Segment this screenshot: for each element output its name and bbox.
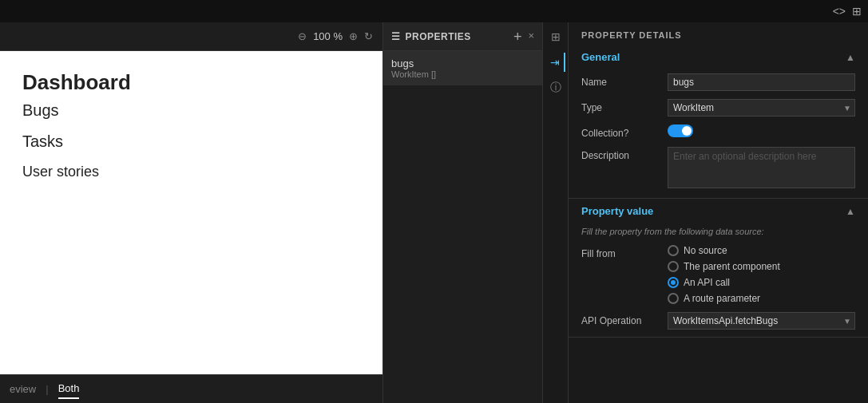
fill-from-row: Fill from No source The parent component… — [569, 241, 868, 308]
collection-label: Collection? — [581, 124, 661, 139]
fill-from-radio-group: No source The parent component An API ca… — [668, 245, 855, 304]
radio-parent-component-label: The parent component — [684, 261, 780, 272]
preview-toolbar: ⊖ 100 % ⊕ ↻ — [0, 22, 382, 51]
api-operation-row: API Operation WorkItemsApi.fetchBugs ▼ — [569, 308, 868, 334]
property-details-header: PROPERTY DETAILS — [569, 22, 868, 45]
type-select-wrapper: WorkItem ▼ — [668, 99, 855, 117]
properties-panel: ☰ PROPERTIES + × bugs WorkItem [] — [383, 22, 543, 403]
name-row: Name — [569, 69, 868, 95]
sidebar-export-icon[interactable]: ⇥ — [546, 53, 565, 72]
general-section-header[interactable]: General ▲ — [569, 45, 868, 69]
radio-no-source-label: No source — [684, 245, 727, 256]
radio-api-call[interactable]: An API call — [668, 277, 855, 288]
preview-item-tasks: Tasks — [22, 132, 360, 151]
collection-toggle-wrapper — [668, 124, 855, 137]
preview-title: Dashboard — [22, 70, 360, 95]
toggle-thumb — [682, 126, 692, 136]
zoom-in-icon[interactable]: ⊕ — [349, 30, 358, 42]
preview-item-userstories: User stories — [22, 164, 360, 180]
property-value-chevron-icon: ▲ — [846, 206, 855, 217]
type-select[interactable]: WorkItem — [668, 100, 854, 116]
main-layout: ⊖ 100 % ⊕ ↻ Dashboard Bugs Tasks User st… — [0, 22, 868, 403]
close-properties-button[interactable]: × — [528, 30, 534, 44]
preview-content: Dashboard Bugs Tasks User stories — [0, 51, 382, 374]
api-operation-select-wrapper: WorkItemsApi.fetchBugs ▼ — [668, 312, 855, 330]
property-value-section: Property value ▲ Fill the property from … — [569, 199, 868, 338]
general-chevron-icon: ▲ — [846, 52, 855, 63]
name-value — [668, 73, 855, 91]
layout-view-icon[interactable]: ⊞ — [852, 5, 862, 18]
code-view-icon[interactable]: <> — [833, 5, 846, 18]
fill-from-label: Fill from — [581, 245, 661, 259]
name-input[interactable] — [668, 73, 855, 91]
general-section-title: General — [581, 51, 620, 63]
properties-list: bugs WorkItem [] — [383, 51, 542, 403]
general-section: General ▲ Name Type WorkItem ▼ — [569, 45, 868, 199]
properties-header-left: ☰ PROPERTIES — [391, 31, 471, 42]
refresh-icon[interactable]: ↻ — [364, 30, 373, 42]
property-name: bugs — [391, 57, 436, 69]
name-label: Name — [581, 73, 661, 88]
type-label: Type — [581, 99, 661, 113]
top-bar: <> ⊞ — [0, 0, 868, 22]
side-icon-bar: ⊞ ⇥ ⓘ — [543, 22, 569, 403]
preview-item-bugs: Bugs — [22, 101, 360, 120]
property-type: WorkItem [] — [391, 69, 436, 79]
property-details-panel: PROPERTY DETAILS General ▲ Name Type Wor… — [569, 22, 868, 403]
api-operation-label: API Operation — [581, 312, 661, 326]
property-value-subtitle: Fill the property from the following dat… — [569, 223, 868, 241]
zoom-percent: 100 % — [313, 30, 343, 42]
zoom-out-icon[interactable]: ⊖ — [298, 30, 307, 42]
radio-api-call-label: An API call — [684, 277, 730, 288]
tab-both[interactable]: Both — [58, 379, 80, 399]
hamburger-icon: ☰ — [391, 31, 401, 42]
sidebar-info-icon[interactable]: ⓘ — [546, 78, 565, 97]
radio-no-source[interactable]: No source — [668, 245, 855, 256]
property-value-section-header[interactable]: Property value ▲ — [569, 199, 868, 223]
top-bar-icons: <> ⊞ — [833, 5, 862, 18]
radio-parent-component[interactable]: The parent component — [668, 261, 855, 272]
properties-header: ☰ PROPERTIES + × — [383, 22, 542, 51]
description-row: Description — [569, 143, 868, 195]
radio-api-call-circle — [668, 277, 679, 288]
property-value-section-title: Property value — [581, 205, 653, 217]
add-property-button[interactable]: + — [513, 30, 522, 44]
api-operation-select[interactable]: WorkItemsApi.fetchBugs — [668, 313, 854, 329]
radio-route-parameter-label: A route parameter — [684, 293, 760, 304]
sidebar-layout-icon[interactable]: ⊞ — [546, 27, 565, 46]
preview-bottom-bar: eview | Both — [0, 374, 382, 403]
type-row: Type WorkItem ▼ — [569, 95, 868, 121]
properties-title: PROPERTIES — [406, 31, 471, 42]
properties-header-right: + × — [513, 30, 534, 44]
property-item-bugs[interactable]: bugs WorkItem [] — [383, 51, 542, 85]
collection-row: Collection? — [569, 121, 868, 143]
radio-route-parameter[interactable]: A route parameter — [668, 293, 855, 304]
description-label: Description — [581, 147, 661, 161]
tab-divider: | — [46, 383, 48, 395]
description-textarea[interactable] — [668, 147, 855, 188]
preview-pane: ⊖ 100 % ⊕ ↻ Dashboard Bugs Tasks User st… — [0, 22, 383, 403]
collection-toggle[interactable] — [668, 124, 693, 137]
property-item-text: bugs WorkItem [] — [391, 57, 436, 79]
radio-no-source-circle — [668, 245, 679, 256]
tab-preview[interactable]: eview — [10, 380, 36, 398]
description-value — [668, 147, 855, 191]
radio-route-parameter-circle — [668, 293, 679, 304]
radio-parent-component-circle — [668, 261, 679, 272]
